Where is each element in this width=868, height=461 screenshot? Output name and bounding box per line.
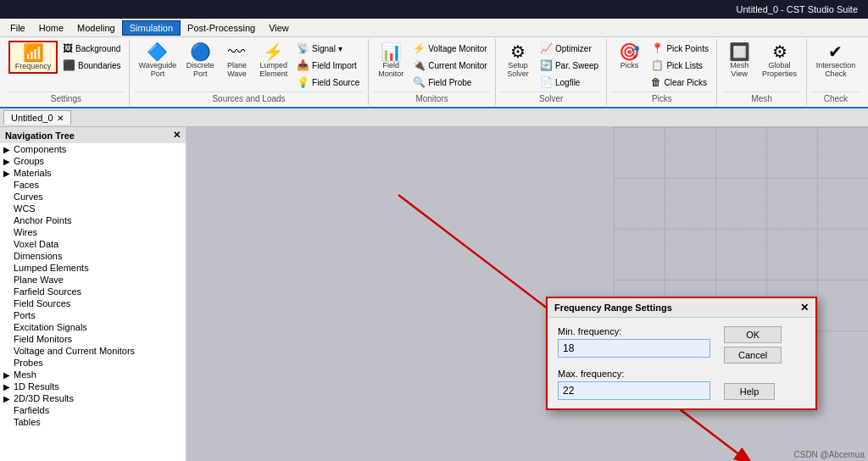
par-sweep-label: Par. Sweep [555, 61, 598, 70]
plane-wave-icon: 〰 [228, 43, 245, 60]
tree-item-label: Excitation Signals [14, 322, 87, 332]
ribbon-group-settings: 📶 Frequency 🖼 Background ⬛ Boundaries Se… [3, 39, 130, 105]
min-freq-input[interactable] [558, 339, 710, 358]
boundaries-button[interactable]: ⬛ Boundaries [59, 58, 125, 73]
tree-item[interactable]: Voltage and Current Monitors [0, 345, 186, 357]
lumped-icon: ⚡ [263, 43, 284, 60]
discrete-icon: 🔵 [190, 43, 211, 60]
signal-button[interactable]: 📡 Signal ▾ [293, 41, 363, 56]
tree-item-label: WCS [14, 203, 36, 214]
par-sweep-button[interactable]: 🔄 Par. Sweep [537, 58, 602, 73]
setup-solver-button[interactable]: ⚙ SetupSolver [501, 41, 535, 81]
tree-item[interactable]: WCS [0, 203, 186, 214]
tree-item[interactable]: Dimensions [0, 250, 186, 262]
tree-item[interactable]: Wires [0, 226, 186, 238]
menu-view[interactable]: View [262, 21, 296, 35]
tree-item[interactable]: Lumped Elements [0, 262, 186, 274]
max-freq-input[interactable] [558, 381, 710, 400]
tree-item[interactable]: Tables [0, 416, 186, 428]
settings-items: 📶 Frequency 🖼 Background ⬛ Boundaries [8, 41, 124, 90]
frequency-button[interactable]: 📶 Frequency [8, 41, 58, 74]
menu-home[interactable]: Home [32, 21, 70, 35]
menu-simulation[interactable]: Simulation [122, 20, 181, 36]
tree-item[interactable]: ▶Mesh [0, 369, 186, 380]
tree-item[interactable]: ▶Groups [0, 155, 186, 167]
tree-item[interactable]: Field Monitors [0, 333, 186, 345]
background-label: Background [75, 44, 120, 53]
tree-item-label: Lumped Elements [14, 263, 89, 273]
title-bar: Untitled_0 - CST Studio Suite [0, 0, 868, 19]
ribbon-group-monitors: 📊 FieldMonitor ⚡ Voltage Monitor 🔌 Curre… [369, 39, 496, 105]
field-source-button[interactable]: 💡 Field Source [293, 75, 363, 90]
global-properties-button[interactable]: ⚙ GlobalProperties [758, 41, 801, 81]
lumped-label: LumpedElement [259, 61, 287, 78]
tree-item[interactable]: Excitation Signals [0, 321, 186, 333]
tree-item[interactable]: Voxel Data [0, 238, 186, 250]
min-freq-row: Min. frequency: OK Cancel [558, 326, 805, 364]
tree-item-label: Materials [14, 168, 52, 178]
tree-item[interactable]: Field Sources [0, 297, 186, 309]
nav-tree-close-icon[interactable]: ✕ [173, 130, 181, 141]
pick-lists-button[interactable]: 📋 Pick Lists [648, 58, 711, 73]
check-group-label: Check [812, 92, 860, 103]
clear-picks-button[interactable]: 🗑 Clear Picks [648, 75, 711, 90]
field-import-label: Field Import [312, 61, 357, 70]
mesh-view-button[interactable]: 🔲 MeshView [722, 41, 756, 81]
pick-lists-icon: 📋 [651, 59, 664, 71]
tree-item[interactable]: Ports [0, 309, 186, 321]
tree-item[interactable]: Farfield Sources [0, 286, 186, 297]
background-button[interactable]: 🖼 Background [59, 41, 125, 56]
waveguide-icon: 🔷 [147, 43, 168, 60]
doc-tab[interactable]: Untitled_0 ✕ [3, 110, 71, 125]
frequency-label: Frequency [15, 62, 52, 70]
cancel-button[interactable]: Cancel [724, 347, 782, 364]
field-source-icon: 💡 [297, 76, 309, 88]
main-area: Navigation Tree ✕ ▶Components ▶Groups ▶M… [0, 127, 868, 461]
pick-points-icon: 📍 [651, 42, 664, 54]
lumped-element-button[interactable]: ⚡ LumpedElement [255, 41, 292, 81]
current-monitor-button[interactable]: 🔌 Current Monitor [409, 58, 491, 73]
menu-file[interactable]: File [3, 21, 32, 35]
discrete-port-button[interactable]: 🔵 DiscretePort [182, 41, 219, 81]
voltage-monitor-button[interactable]: ⚡ Voltage Monitor [409, 41, 491, 56]
logfile-button[interactable]: 📄 Logfile [537, 75, 602, 90]
field-probe-icon: 🔍 [413, 76, 426, 88]
ok-button[interactable]: OK [724, 326, 782, 343]
tree-item[interactable]: Probes [0, 357, 186, 369]
picks-label: Picks [620, 61, 639, 69]
menu-modeling[interactable]: Modeling [70, 21, 122, 35]
pick-points-button[interactable]: 📍 Pick Points [648, 41, 711, 56]
signal-label: Signal ▾ [312, 44, 342, 53]
tree-item[interactable]: Faces [0, 179, 186, 191]
tree-item[interactable]: Curves [0, 191, 186, 203]
field-monitor-icon: 📊 [381, 43, 402, 60]
voltage-monitor-icon: ⚡ [413, 42, 426, 54]
tree-item[interactable]: Plane Wave [0, 274, 186, 286]
plane-wave-button[interactable]: 〰 PlaneWave [220, 41, 253, 81]
tree-item[interactable]: ▶Materials [0, 167, 186, 179]
waveguide-port-button[interactable]: 🔷 WaveguidePort [135, 41, 181, 81]
field-import-button[interactable]: 📥 Field Import [293, 58, 363, 73]
tree-item[interactable]: ▶2D/3D Results [0, 392, 186, 404]
dialog-close-button[interactable]: ✕ [800, 302, 809, 314]
ribbon-group-solver: ⚙ SetupSolver 📈 Optimizer 🔄 Par. Sweep 📄… [496, 39, 608, 105]
tree-item[interactable]: Anchor Points [0, 214, 186, 226]
tree-item[interactable]: ▶Components [0, 143, 186, 155]
picks-button[interactable]: 🎯 Picks [612, 41, 646, 72]
clear-picks-label: Clear Picks [664, 78, 707, 87]
intersection-check-button[interactable]: ✔ IntersectionCheck [812, 41, 860, 81]
tree-item[interactable]: Farfields [0, 404, 186, 416]
optimizer-button[interactable]: 📈 Optimizer [537, 41, 602, 56]
nav-tree-title: Navigation Tree [5, 131, 75, 141]
field-monitor-button[interactable]: 📊 FieldMonitor [374, 41, 408, 81]
field-probe-button[interactable]: 🔍 Field Probe [409, 75, 491, 90]
doc-tab-close-icon[interactable]: ✕ [57, 114, 64, 123]
menu-postprocessing[interactable]: Post-Processing [181, 21, 262, 35]
help-button[interactable]: Help [724, 383, 775, 400]
monitors-items: 📊 FieldMonitor ⚡ Voltage Monitor 🔌 Curre… [374, 41, 490, 90]
tree-item-label: Voxel Data [14, 239, 58, 249]
tree-item-label: Curves [14, 192, 43, 202]
mesh-view-icon: 🔲 [729, 43, 750, 60]
plane-wave-label: PlaneWave [227, 61, 247, 78]
tree-item[interactable]: ▶1D Results [0, 380, 186, 392]
